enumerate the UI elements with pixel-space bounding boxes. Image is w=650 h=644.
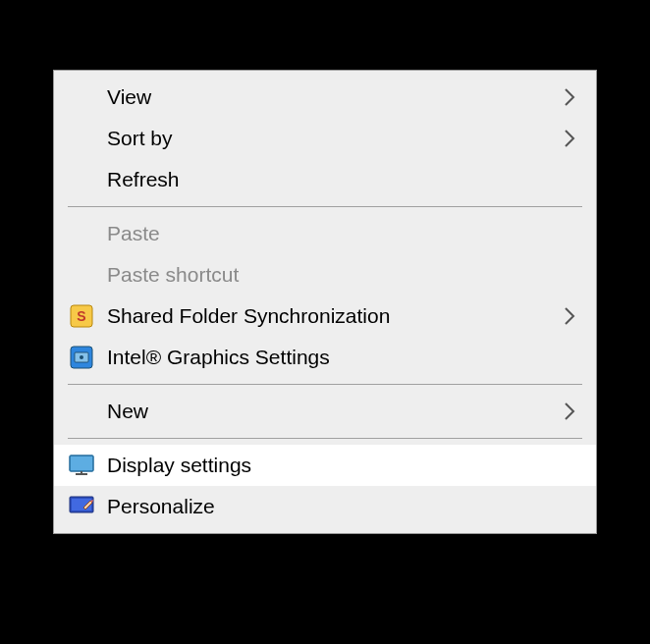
menu-label: Paste shortcut (107, 263, 578, 287)
menu-item-refresh[interactable]: Refresh (54, 159, 596, 200)
svg-text:S: S (77, 308, 85, 324)
menu-separator (68, 438, 582, 439)
chevron-right-icon (561, 130, 578, 147)
menu-label: Shared Folder Synchronization (107, 304, 561, 328)
intel-graphics-icon (68, 344, 95, 371)
menu-separator (68, 206, 582, 207)
menu-item-display-settings[interactable]: Display settings (54, 445, 596, 486)
menu-item-shared-folder-sync[interactable]: S Shared Folder Synchronization (54, 295, 596, 337)
menu-item-sort-by[interactable]: Sort by (54, 118, 596, 159)
menu-label: Display settings (107, 454, 578, 477)
chevron-right-icon (561, 307, 578, 325)
menu-label: Personalize (107, 495, 578, 518)
desktop-context-menu: View Sort by Refresh Paste Paste shortcu… (53, 70, 597, 534)
chevron-right-icon (561, 402, 578, 420)
menu-label: Paste (107, 222, 578, 245)
menu-separator (68, 384, 582, 385)
display-settings-icon (68, 452, 95, 479)
menu-label: Sort by (107, 127, 561, 150)
personalize-icon (68, 493, 95, 520)
chevron-right-icon (561, 88, 578, 106)
svg-rect-5 (70, 456, 93, 471)
menu-item-view[interactable]: View (54, 77, 596, 118)
menu-label: Refresh (107, 168, 578, 191)
menu-label: Intel® Graphics Settings (107, 346, 578, 369)
menu-item-paste: Paste (54, 213, 596, 254)
menu-label: New (107, 400, 561, 423)
menu-item-personalize[interactable]: Personalize (54, 486, 596, 527)
menu-item-intel-graphics[interactable]: Intel® Graphics Settings (54, 337, 596, 378)
menu-item-paste-shortcut: Paste shortcut (54, 254, 596, 295)
svg-point-4 (80, 355, 83, 359)
shared-folder-icon: S (68, 302, 95, 330)
menu-item-new[interactable]: New (54, 391, 596, 432)
menu-label: View (107, 85, 561, 109)
